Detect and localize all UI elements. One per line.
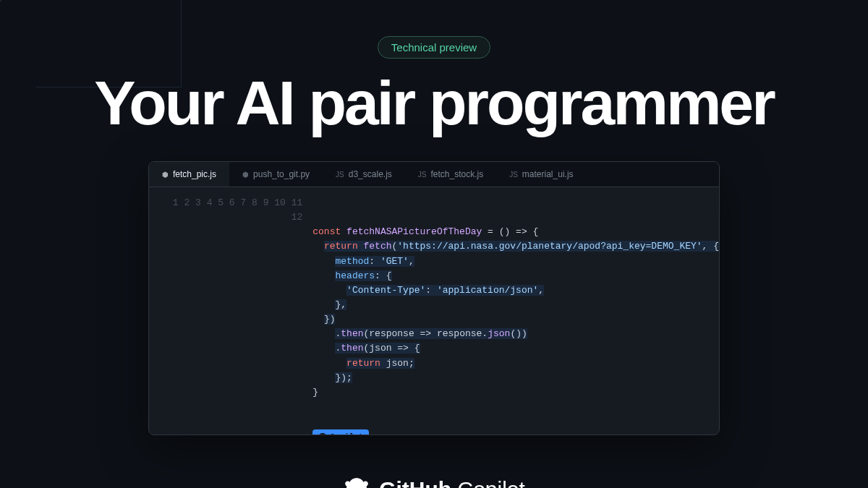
copilot-badge-label: Copilot [330,431,363,435]
code-line: }, [312,298,719,312]
brand-text: GitHub Copilot [379,477,525,488]
code-line: 'Content-Type': 'application/json', [312,283,719,298]
tab-fetch_pic-js[interactable]: ⬢fetch_pic.js [149,162,229,187]
brand-bold: GitHub [379,477,451,488]
code-line: headers: { [312,269,719,283]
code-content: const fetchNASAPictureOfTheDay = () => {… [312,196,719,429]
code-line: const fetchNASAPictureOfTheDay = () => { [312,225,719,239]
tab-label: material_ui.js [522,169,574,179]
code-line: .then(json => { [312,341,719,356]
tab-d3_scale-js[interactable]: JSd3_scale.js [323,162,405,187]
preview-badge: Technical preview [378,36,490,59]
code-line: .then(response => response.json()) [312,327,719,341]
code-line: }); [312,371,719,385]
tab-label: fetch_pic.js [173,169,216,179]
brand-light: Copilot [451,477,525,488]
js-file-icon: JS [336,171,344,179]
code-editor: ⬢fetch_pic.js⬢push_to_git.pyJSd3_scale.j… [148,161,720,435]
tab-bar: ⬢fetch_pic.js⬢push_to_git.pyJSd3_scale.j… [149,162,719,187]
py-file-icon: ⬢ [242,171,249,179]
line-gutter: 1 2 3 4 5 6 7 8 9 10 11 12 [149,196,312,429]
brand-footer: GitHub Copilot [343,476,525,488]
tab-label: push_to_git.py [253,169,310,179]
code-line: method: 'GET', [312,254,719,269]
copilot-badge[interactable]: Copilot [312,429,369,435]
tab-push_to_git-py[interactable]: ⬢push_to_git.py [229,162,323,187]
js-file-icon: JS [418,171,427,179]
tab-label: fetch_stock.js [430,169,483,179]
headline: Your AI pair programmer [94,72,773,134]
code-line: }) [312,312,719,327]
code-line: return fetch('https://api.nasa.gov/plane… [312,239,719,254]
copilot-logo-icon [343,476,370,488]
code-area: 1 2 3 4 5 6 7 8 9 10 11 12 const fetchNA… [149,187,719,435]
js-file-icon: ⬢ [162,171,169,179]
js-file-icon: JS [509,171,518,179]
tab-fetch_stock-js[interactable]: JSfetch_stock.js [405,162,496,187]
code-line: } [312,385,719,400]
code-line: return json; [312,356,719,371]
copilot-icon [318,433,327,436]
tab-label: d3_scale.js [349,169,392,179]
tab-material_ui-js[interactable]: JSmaterial_ui.js [496,162,586,187]
